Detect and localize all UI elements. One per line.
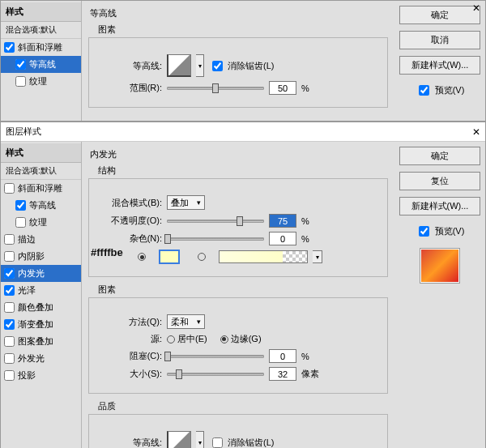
- blend-mode-select[interactable]: 叠加: [167, 195, 205, 210]
- style-texture[interactable]: 纹理: [1, 73, 81, 90]
- style-inner-glow[interactable]: 内发光: [1, 265, 81, 282]
- main-panel: 等高线 图素 等高线: 消除锯齿(L) 范围(R): 50 %: [82, 1, 394, 121]
- style-satin[interactable]: 光泽: [1, 282, 81, 299]
- color-radio[interactable]: [138, 253, 146, 261]
- style-drop-shadow[interactable]: 投影: [1, 367, 81, 384]
- gradient-radio[interactable]: [198, 253, 206, 261]
- section-title: 内发光: [88, 147, 388, 163]
- layer-style-dialog-2: 图层样式 ✕ 样式 混合选项:默认 斜面和浮雕 等高线 纹理 描边 内阴影 内发…: [0, 122, 486, 448]
- new-style-button[interactable]: 新建样式(W)...: [399, 56, 480, 75]
- effect-preview: [420, 249, 459, 283]
- contour-checkbox[interactable]: [15, 59, 26, 70]
- anti-alias-check[interactable]: 消除锯齿(L): [209, 435, 274, 449]
- contour-dropdown[interactable]: [196, 54, 204, 77]
- group-structure: 结构: [88, 163, 388, 178]
- right-panel: 确定 取消 新建样式(W)... 预览(V): [394, 1, 485, 121]
- new-style-button[interactable]: 新建样式(W)...: [399, 197, 480, 215]
- gradient-preview[interactable]: [219, 250, 308, 263]
- style-sidebar: 样式 混合选项:默认 斜面和浮雕 等高线 纹理 描边 内阴影 内发光 光泽 颜色…: [1, 142, 82, 448]
- style-stroke[interactable]: 描边: [1, 231, 81, 248]
- source-label: 源:: [97, 333, 162, 345]
- contour-label: 等高线:: [97, 437, 162, 449]
- size-value[interactable]: 32: [269, 367, 296, 381]
- percent-label: %: [301, 83, 309, 93]
- reset-button[interactable]: 复位: [399, 172, 480, 190]
- group-quality: 品质: [88, 399, 388, 414]
- elements-group: 等高线: 消除锯齿(L) 范围(R): 50 %: [88, 37, 388, 108]
- structure-group: 混合模式(B): 叠加 不透明度(O): 75 % 杂色(N): 0 % #ff…: [88, 178, 388, 277]
- style-inner-shadow[interactable]: 内阴影: [1, 248, 81, 265]
- sidebar-header: 样式: [1, 2, 81, 22]
- opacity-label: 不透明度(O):: [97, 215, 162, 227]
- ok-button[interactable]: 确定: [399, 147, 480, 165]
- sidebar-header: 样式: [1, 143, 81, 163]
- close-icon[interactable]: ✕: [472, 126, 480, 138]
- section-title: 等高线: [88, 6, 388, 22]
- noise-label: 杂色(N):: [97, 233, 162, 245]
- right-panel: 确定 复位 新建样式(W)... 预览(V): [394, 142, 485, 448]
- blend-options-label[interactable]: 混合选项:默认: [1, 22, 81, 39]
- range-slider[interactable]: [167, 87, 264, 90]
- contour-preview[interactable]: [167, 54, 191, 77]
- contour-preview[interactable]: [167, 431, 191, 448]
- style-contour[interactable]: 等高线: [1, 197, 81, 214]
- group-elements: 图素: [88, 282, 388, 297]
- choke-value[interactable]: 0: [269, 349, 296, 363]
- contour-label: 等高线:: [97, 60, 162, 72]
- anti-alias-check[interactable]: 消除锯齿(L): [209, 58, 274, 74]
- preview-check[interactable]: 预览(V): [399, 83, 480, 98]
- color-code-annotation: #ffffbe: [91, 246, 123, 258]
- contour-dropdown[interactable]: [196, 431, 204, 448]
- size-slider[interactable]: [167, 373, 264, 376]
- color-swatch[interactable]: [159, 250, 180, 264]
- dialog-title: 图层样式: [6, 126, 41, 136]
- opacity-slider[interactable]: [167, 220, 264, 223]
- style-texture[interactable]: 纹理: [1, 214, 81, 231]
- gradient-dropdown[interactable]: [313, 250, 322, 263]
- style-bevel[interactable]: 斜面和浮雕: [1, 39, 81, 56]
- style-color-overlay[interactable]: 颜色叠加: [1, 299, 81, 316]
- main-panel: 内发光 结构 混合模式(B): 叠加 不透明度(O): 75 % 杂色(N): …: [82, 142, 394, 448]
- quality-group: 等高线: 消除锯齿(L) 范围(R): 50 % 抖动(J): 0 %: [88, 414, 388, 448]
- style-outer-glow[interactable]: 外发光: [1, 350, 81, 367]
- ok-button[interactable]: 确定: [399, 6, 480, 24]
- method-select[interactable]: 柔和: [167, 314, 205, 329]
- source-center-radio[interactable]: 居中(E): [167, 333, 207, 345]
- opacity-value[interactable]: 75: [269, 214, 296, 228]
- cancel-button[interactable]: 取消: [399, 31, 480, 49]
- range-value[interactable]: 50: [269, 81, 296, 95]
- choke-slider[interactable]: [167, 355, 264, 358]
- px-label: 像素: [301, 368, 319, 380]
- style-sidebar: 样式 混合选项:默认 斜面和浮雕 等高线 纹理: [1, 1, 82, 121]
- close-icon[interactable]: ✕: [472, 2, 480, 14]
- style-pattern-overlay[interactable]: 图案叠加: [1, 333, 81, 350]
- blend-mode-label: 混合模式(B):: [97, 197, 162, 209]
- range-label: 范围(R):: [97, 82, 162, 94]
- method-label: 方法(Q):: [97, 316, 162, 328]
- group-elements: 图素: [88, 22, 388, 37]
- layer-style-dialog-1: ✕ 样式 混合选项:默认 斜面和浮雕 等高线 纹理 等高线 图素 等高线: 消除…: [0, 0, 486, 122]
- bevel-checkbox[interactable]: [4, 42, 15, 53]
- size-label: 大小(S):: [97, 368, 162, 380]
- noise-value[interactable]: 0: [269, 232, 296, 245]
- noise-slider[interactable]: [167, 237, 264, 241]
- title-bar-2: 图层样式 ✕: [1, 122, 485, 142]
- texture-checkbox[interactable]: [15, 76, 26, 87]
- choke-label: 阻塞(C):: [97, 350, 162, 362]
- source-edge-radio[interactable]: 边缘(G): [220, 333, 262, 345]
- blend-options-label[interactable]: 混合选项:默认: [1, 163, 81, 180]
- preview-check[interactable]: 预览(V): [399, 224, 480, 239]
- style-gradient-overlay[interactable]: 渐变叠加: [1, 316, 81, 333]
- style-contour[interactable]: 等高线: [1, 56, 81, 73]
- elements-group: 方法(Q): 柔和 源: 居中(E) 边缘(G) 阻塞(C): 0 % 大小(S…: [88, 297, 388, 394]
- style-bevel[interactable]: 斜面和浮雕: [1, 180, 81, 197]
